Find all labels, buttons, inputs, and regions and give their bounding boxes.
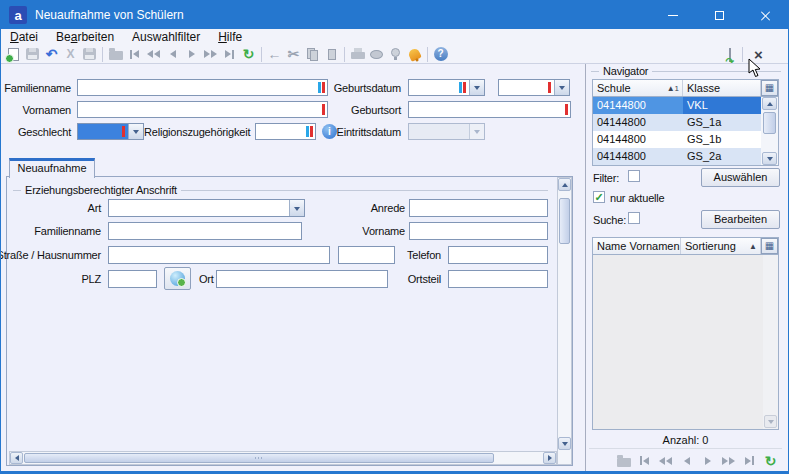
next-fast-button[interactable] xyxy=(719,452,738,469)
scroll-left-button[interactable] xyxy=(10,452,23,464)
next-record-icon xyxy=(189,50,195,58)
chevron-down-icon xyxy=(474,130,480,137)
main-horizontal-scrollbar[interactable] xyxy=(9,451,557,465)
required-marker-red xyxy=(548,82,551,93)
paste-button[interactable] xyxy=(322,46,341,63)
geschlecht-combo[interactable] xyxy=(77,123,144,140)
scrollbar-thumb[interactable] xyxy=(763,112,776,134)
dropdown-button[interactable] xyxy=(469,80,484,95)
navigate-back-button[interactable]: ← xyxy=(265,46,284,63)
dropdown-button[interactable] xyxy=(289,200,304,216)
post-button[interactable] xyxy=(614,452,633,469)
familienname-input[interactable] xyxy=(79,81,324,93)
scroll-down-button[interactable] xyxy=(558,437,571,450)
suche-checkbox[interactable] xyxy=(628,212,640,224)
back-arrow-icon: ← xyxy=(268,47,282,61)
column-header-sortierung[interactable]: Sortierung ▲ xyxy=(681,238,761,254)
next-record-button[interactable] xyxy=(182,46,201,63)
new-record-button[interactable] xyxy=(4,46,23,63)
geburtsdatum2-combo[interactable] xyxy=(498,79,570,96)
art-label: Art xyxy=(1,202,101,215)
geschlecht-label: Geschlecht xyxy=(0,126,71,139)
prior-record-button[interactable] xyxy=(677,452,696,469)
hint-button[interactable] xyxy=(386,46,405,63)
dropdown-button[interactable] xyxy=(554,80,569,95)
geburtsort-label: Geburtsort xyxy=(306,104,401,117)
post-button[interactable] xyxy=(106,46,125,63)
save-button[interactable] xyxy=(23,46,42,63)
plz-lookup-button[interactable] xyxy=(164,267,191,290)
next-fast-icon xyxy=(729,457,735,465)
scroll-right-button[interactable] xyxy=(543,452,556,464)
first-record-button[interactable] xyxy=(125,46,144,63)
table-row[interactable]: 04144800 GS_1a xyxy=(593,114,778,131)
anrede-input[interactable] xyxy=(411,201,544,214)
ortsteil-label: Ortsteil xyxy=(361,273,441,286)
ortsteil-input[interactable] xyxy=(450,272,544,285)
column-header-name[interactable]: Name Vornamen xyxy=(593,238,681,254)
scroll-down-button[interactable] xyxy=(764,415,777,428)
undo-button[interactable]: ↶ xyxy=(42,46,61,63)
menu-auswahlfilter[interactable]: Auswahlfilter xyxy=(123,30,209,44)
vorname-input[interactable] xyxy=(411,224,544,237)
nur-aktuelle-checkbox[interactable]: ✓ xyxy=(593,191,605,203)
prior-fast-button[interactable] xyxy=(656,452,675,469)
scroll-up-button[interactable] xyxy=(762,97,777,110)
prior-record-button[interactable] xyxy=(163,46,182,63)
menu-hilfe[interactable]: Hilfe xyxy=(209,30,251,44)
menu-datei[interactable]: Datei xyxy=(1,30,47,44)
save-disk-button[interactable] xyxy=(80,46,99,63)
column-chooser-button[interactable]: ▦ xyxy=(761,238,778,254)
tab-content xyxy=(6,176,573,466)
column-header-klasse[interactable]: Klasse xyxy=(683,80,761,96)
maximize-button[interactable] xyxy=(696,1,742,29)
scroll-down-button[interactable] xyxy=(762,152,777,165)
main-vertical-scrollbar[interactable] xyxy=(557,177,572,465)
geburtsdatum-combo[interactable] xyxy=(408,79,485,96)
guardian-familienname-input[interactable] xyxy=(110,224,298,237)
column-chooser-button[interactable]: ▦ xyxy=(761,80,778,96)
religion-input[interactable] xyxy=(257,125,312,137)
strasse-input[interactable] xyxy=(110,248,326,261)
vornamen-input[interactable] xyxy=(79,103,324,115)
copy-button[interactable] xyxy=(303,46,322,63)
refresh-button[interactable]: ↻ xyxy=(239,46,258,63)
delete-button[interactable]: X xyxy=(61,46,80,63)
help-button[interactable]: ? xyxy=(431,46,450,63)
last-record-button[interactable] xyxy=(220,46,239,63)
minimize-button[interactable] xyxy=(650,1,696,29)
scrollbar-thumb[interactable] xyxy=(559,198,570,244)
notification-button[interactable] xyxy=(405,46,424,63)
bearbeiten-button[interactable]: Bearbeiten xyxy=(701,210,780,229)
column-header-schule[interactable]: Schule ▲1 xyxy=(593,80,683,96)
telefon-input[interactable] xyxy=(450,248,544,261)
next-fast-button[interactable] xyxy=(201,46,220,63)
navigator-scrollbar[interactable] xyxy=(761,97,778,165)
auswaehlen-button[interactable]: Auswählen xyxy=(701,168,780,187)
ort-input[interactable] xyxy=(218,272,384,285)
refresh-button[interactable]: ↻ xyxy=(761,452,780,469)
table-row[interactable]: 04144800 GS_1b xyxy=(593,131,778,148)
chevron-up-icon xyxy=(562,180,568,187)
scroll-up-button[interactable] xyxy=(558,178,571,191)
menu-bearbeiten[interactable]: Bearbeiten xyxy=(47,30,123,44)
first-record-button[interactable] xyxy=(635,452,654,469)
prior-fast-button[interactable] xyxy=(144,46,163,63)
scrollbar-thumb[interactable] xyxy=(24,453,494,463)
tab-neuaufnahme[interactable]: Neuaufnahme xyxy=(9,158,95,178)
table-row[interactable]: 04144800 VKL xyxy=(593,97,778,114)
export-button[interactable] xyxy=(367,46,386,63)
geburtsort-input[interactable] xyxy=(410,103,567,115)
art-combo[interactable] xyxy=(108,199,305,217)
table-row[interactable]: 04144800 GS_2a xyxy=(593,148,778,165)
plz-input[interactable] xyxy=(110,272,153,285)
cut-button[interactable]: ✂ xyxy=(284,46,303,63)
next-record-button[interactable] xyxy=(698,452,717,469)
last-record-button[interactable] xyxy=(740,452,759,469)
results-scrollbar[interactable] xyxy=(763,255,778,429)
print-button[interactable] xyxy=(348,46,367,63)
dropdown-button[interactable] xyxy=(128,124,143,139)
close-button[interactable] xyxy=(742,1,788,29)
detach-panel-button[interactable]: ↷ xyxy=(729,49,731,61)
filter-checkbox[interactable] xyxy=(628,170,640,182)
